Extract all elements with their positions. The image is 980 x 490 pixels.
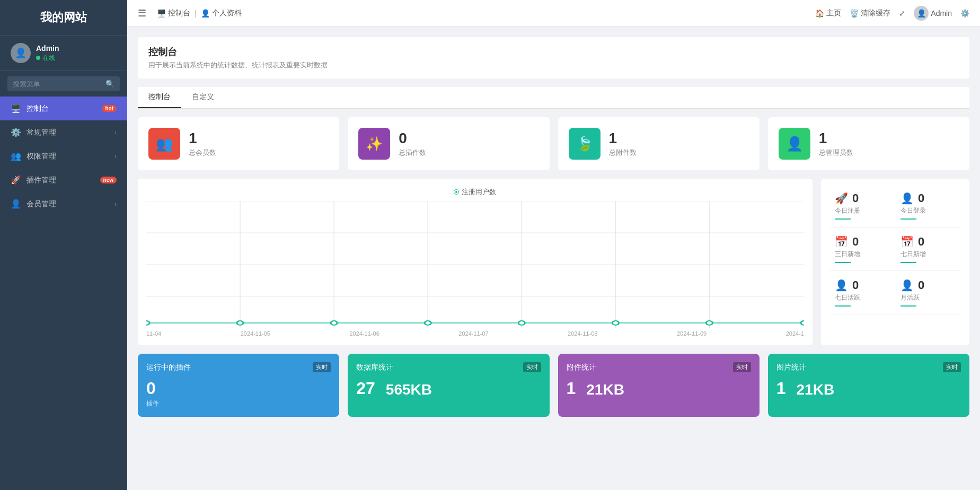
sidebar-item-members[interactable]: 👤 会员管理 › <box>0 192 127 216</box>
rocket-icon: 🚀 <box>835 192 848 205</box>
calendar-plus-icon: 📅 <box>900 235 914 248</box>
user-login-icon: 👤 <box>900 192 914 205</box>
svg-point-14 <box>425 321 431 325</box>
topnav-avatar: 👤 <box>914 6 929 21</box>
breadcrumb-dashboard[interactable]: 🖥️ 控制台 <box>157 8 190 18</box>
stats-row: 👥 1 总会员数 ✨ 0 总插件数 🍃 1 总附件数 <box>138 117 969 170</box>
svg-point-18 <box>801 321 804 325</box>
x-label: 2024-11-05 <box>241 330 270 337</box>
metrics-panel: 🚀 0 今日注册 👤 0 今日登录 <box>821 179 969 345</box>
bottom-card-db: 数据库统计 实时 27 565KB <box>348 354 549 417</box>
metric-today-login: 👤 0 今日登录 <box>895 184 961 228</box>
metric-value: 0 <box>852 235 859 249</box>
svg-point-15 <box>518 321 525 325</box>
card-title: 附件统计 <box>567 363 596 372</box>
metric-label: 三日新增 <box>835 250 890 259</box>
tab-custom[interactable]: 自定义 <box>181 87 225 108</box>
metric-row-1: 🚀 0 今日注册 👤 0 今日登录 <box>829 184 961 228</box>
plugins-stat-icon: ✨ <box>358 128 390 160</box>
sidebar-item-general[interactable]: ⚙️ 常规管理 › <box>0 120 127 144</box>
attachments-label: 总附件数 <box>609 148 637 158</box>
status-dot <box>36 56 40 60</box>
user-status: 在线 <box>36 54 59 63</box>
svg-point-12 <box>237 321 243 325</box>
metric-3day: 📅 0 三日新增 <box>829 228 895 271</box>
metric-underline <box>835 262 851 263</box>
clear-cache-button[interactable]: 🗑️ 清除缓存 <box>850 8 890 18</box>
admin-user[interactable]: 👤 Admin <box>914 6 952 21</box>
card-title: 数据库统计 <box>356 363 393 372</box>
sidebar-item-dashboard[interactable]: 🖥️ 控制台 hot <box>0 97 127 120</box>
card-num-right: 565KB <box>386 381 432 398</box>
sidebar-item-label: 插件管理 <box>27 176 56 185</box>
metric-label: 七日活跃 <box>835 293 890 302</box>
page-header: 控制台 用于展示当前系统中的统计数据、统计报表及重要实时数据 <box>138 37 969 78</box>
metric-row-2: 📅 0 三日新增 📅 0 七日新增 <box>829 228 961 271</box>
expand-button[interactable]: ⤢ <box>899 9 905 18</box>
home-icon: 🖥️ <box>157 9 166 18</box>
content-area: 控制台 用于展示当前系统中的统计数据、统计报表及重要实时数据 控制台 自定义 👥… <box>127 27 980 490</box>
card-num-right: 21KB <box>586 381 624 398</box>
chevron-right-icon: › <box>114 129 117 136</box>
svg-point-16 <box>612 321 619 325</box>
x-label: 2024-1 <box>786 330 804 337</box>
members-label: 总会员数 <box>189 148 216 158</box>
bottom-card-images: 图片统计 实时 1 21KB <box>768 354 969 417</box>
card-num-right: 21KB <box>797 381 835 398</box>
metric-label: 今日注册 <box>835 206 890 215</box>
breadcrumb-profile[interactable]: 👤 个人资料 <box>201 8 242 18</box>
breadcrumb-label: 个人资料 <box>212 8 242 18</box>
stat-card-attachments: 🍃 1 总附件数 <box>558 117 760 170</box>
chart-legend-dot <box>454 190 458 194</box>
sidebar-nav: 🖥️ 控制台 hot ⚙️ 常规管理 › 👥 权限管理 › 🚀 插件管理 <box>0 97 127 490</box>
metric-underline <box>900 305 916 307</box>
x-label: 2024-11-08 <box>568 330 597 337</box>
metric-underline <box>900 218 916 220</box>
bottom-cards-row: 运行中的插件 实时 0 插件 数据库统计 实时 27 <box>138 354 969 417</box>
metric-underline <box>900 262 916 263</box>
sidebar-item-plugins[interactable]: 🚀 插件管理 new <box>0 168 127 192</box>
calendar-icon: 📅 <box>835 235 848 248</box>
card-title: 图片统计 <box>776 363 806 372</box>
realtime-badge: 实时 <box>733 362 751 372</box>
sidebar-search[interactable]: 🔍 <box>7 76 120 91</box>
chart-x-axis: 11-04 2024-11-05 2024-11-06 2024-11-07 2… <box>146 328 804 337</box>
sidebar-item-permissions[interactable]: 👥 权限管理 › <box>0 144 127 168</box>
stat-card-members: 👥 1 总会员数 <box>138 117 339 170</box>
metric-underline <box>835 305 851 307</box>
chart-title: 注册用户数 <box>146 187 804 197</box>
svg-point-11 <box>146 321 149 325</box>
metric-label: 今日登录 <box>900 206 956 215</box>
plugins-label: 总插件数 <box>399 148 426 158</box>
realtime-badge: 实时 <box>313 362 331 372</box>
breadcrumb-label: 控制台 <box>168 8 190 18</box>
home-label: 主页 <box>826 8 841 18</box>
tab-dashboard[interactable]: 控制台 <box>138 87 181 108</box>
home-icon: 🏠 <box>815 9 824 18</box>
settings-button[interactable]: ⚙️ <box>960 9 969 18</box>
metric-value: 0 <box>852 191 859 205</box>
username: Admin <box>36 44 59 52</box>
attachments-stat-icon: 🍃 <box>569 128 601 160</box>
home-button[interactable]: 🏠 主页 <box>815 8 841 18</box>
sidebar-item-label: 常规管理 <box>27 128 56 137</box>
plugins-icon: 🚀 <box>11 175 21 185</box>
metric-value: 0 <box>852 278 859 292</box>
metric-today-register: 🚀 0 今日注册 <box>829 184 895 228</box>
search-icon[interactable]: 🔍 <box>105 80 114 88</box>
card-num-left: 27 <box>356 379 375 398</box>
breadcrumb: 🖥️ 控制台 | 👤 个人资料 <box>157 8 242 18</box>
chevron-right-icon: › <box>114 153 117 160</box>
menu-toggle-icon[interactable]: ☰ <box>138 7 146 19</box>
metric-7day-active: 👤 0 七日活跃 <box>829 271 895 314</box>
page-title: 控制台 <box>148 46 959 58</box>
topnav-right: 🏠 主页 🗑️ 清除缓存 ⤢ 👤 Admin ⚙️ <box>815 6 969 21</box>
sidebar-user: 👤 Admin 在线 <box>0 36 127 71</box>
bottom-card-attachments: 附件统计 实时 1 21KB <box>558 354 760 417</box>
x-label: 2024-11-06 <box>349 330 379 337</box>
card-num-label: 插件 <box>146 399 159 408</box>
sidebar: 我的网站 👤 Admin 在线 🔍 🖥️ 控制台 hot ⚙️ 常规管 <box>0 0 127 490</box>
search-input[interactable] <box>13 80 105 88</box>
metric-label: 七日新增 <box>900 250 956 259</box>
svg-point-17 <box>706 321 712 325</box>
